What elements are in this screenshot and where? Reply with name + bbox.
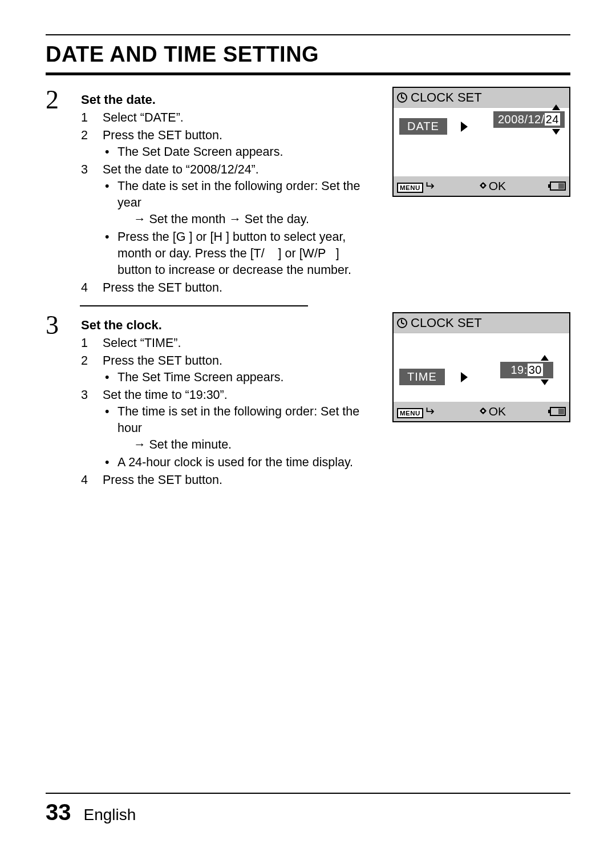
battery-icon <box>550 407 566 416</box>
lcd-ok: OK <box>479 405 506 418</box>
step-instructions: Select “TIME”. Press the SET button. The… <box>81 335 376 488</box>
lcd-title: CLOCK SET <box>411 90 482 105</box>
battery-icon <box>550 181 566 191</box>
step-body: Set the clock. Select “TIME”. Press the … <box>81 312 376 490</box>
lcd-body: DATE 2008/12/24 <box>394 108 569 176</box>
clock-icon <box>397 92 407 103</box>
step-body: Set the date. Select “DATE”. Press the S… <box>81 87 376 297</box>
return-icon: ↵ <box>424 405 435 418</box>
caret-down-icon <box>541 380 549 385</box>
title-underline <box>46 72 570 75</box>
list-item: Select “DATE”. <box>81 110 376 126</box>
step-number: 2 <box>46 87 65 297</box>
lcd-footer: MENU↵ OK <box>394 402 569 421</box>
step-3: 3 Set the clock. Select “TIME”. Press th… <box>46 312 570 490</box>
bullet-item: The Set Date Screen appears. <box>117 144 376 160</box>
dpad-icon <box>479 181 488 190</box>
lcd-field-label: DATE <box>399 118 447 135</box>
lcd-footer: MENU↵ OK <box>394 176 569 196</box>
bullet-item: The date is set in the following order: … <box>117 178 376 228</box>
list-item: Set the date to “2008/12/24”. The date i… <box>81 162 376 278</box>
page-number: 33 <box>46 800 71 825</box>
page-title: DATE AND TIME SETTING <box>46 42 570 67</box>
menu-icon: MENU <box>397 183 423 193</box>
lcd-value: 2008/12/24 <box>493 111 565 128</box>
list-item: Set the time to “19:30”. The time is set… <box>81 387 376 471</box>
step-number: 3 <box>46 312 65 490</box>
play-icon <box>461 372 468 382</box>
list-item: Press the SET button. The Set Time Scree… <box>81 353 376 386</box>
lcd-illustration: CLOCK SET DATE 2008/12/24 MENU↵ OK <box>392 87 570 297</box>
top-rule <box>46 34 570 35</box>
caret-up-icon <box>552 104 560 110</box>
bullet-item: The Set Time Screen appears. <box>117 369 376 386</box>
bullet-item: Press the [G ] or [H ] button to select … <box>117 229 376 278</box>
list-item: Press the SET button. <box>81 280 376 296</box>
lcd-value-group: 2008/12/24 <box>493 104 565 135</box>
menu-icon: MENU <box>397 408 423 418</box>
lcd-value: 19:30 <box>500 362 553 378</box>
return-icon: ↵ <box>424 180 435 192</box>
step-heading: Set the date. <box>81 87 376 108</box>
lcd-title: CLOCK SET <box>411 316 482 330</box>
step-instructions: Select “DATE”. Press the SET button. The… <box>81 110 376 296</box>
lcd-menu: MENU↵ <box>397 405 435 418</box>
lcd-value-group: 19:30 <box>500 355 553 385</box>
lcd-field-label: TIME <box>399 369 445 385</box>
list-item: Select “TIME”. <box>81 335 376 352</box>
bullet-item: The time is set in the following order: … <box>117 403 376 453</box>
lcd-screen-time: CLOCK SET TIME 19:30 MENU↵ OK <box>392 312 570 422</box>
lcd-ok: OK <box>479 179 506 193</box>
bullet-item: A 24-hour clock is used for the time dis… <box>117 454 376 471</box>
page-language: English <box>84 806 136 824</box>
footer-rule <box>46 793 570 794</box>
section-divider <box>80 305 308 306</box>
caret-up-icon <box>541 355 549 361</box>
lcd-illustration: CLOCK SET TIME 19:30 MENU↵ OK <box>392 312 570 490</box>
list-item: Press the SET button. The Set Date Scree… <box>81 127 376 160</box>
clock-icon <box>397 318 407 328</box>
page-footer: 33 English <box>46 800 136 825</box>
lcd-screen-date: CLOCK SET DATE 2008/12/24 MENU↵ OK <box>392 87 570 197</box>
caret-down-icon <box>552 129 560 135</box>
step-heading: Set the clock. <box>81 312 376 334</box>
lcd-titlebar: CLOCK SET <box>394 313 569 333</box>
manual-page: DATE AND TIME SETTING 2 Set the date. Se… <box>0 0 616 868</box>
lcd-body: TIME 19:30 <box>394 333 569 402</box>
step-2: 2 Set the date. Select “DATE”. Press the… <box>46 87 570 297</box>
dpad-icon <box>479 406 488 415</box>
play-icon <box>461 122 468 132</box>
lcd-menu: MENU↵ <box>397 179 435 193</box>
list-item: Press the SET button. <box>81 472 376 488</box>
